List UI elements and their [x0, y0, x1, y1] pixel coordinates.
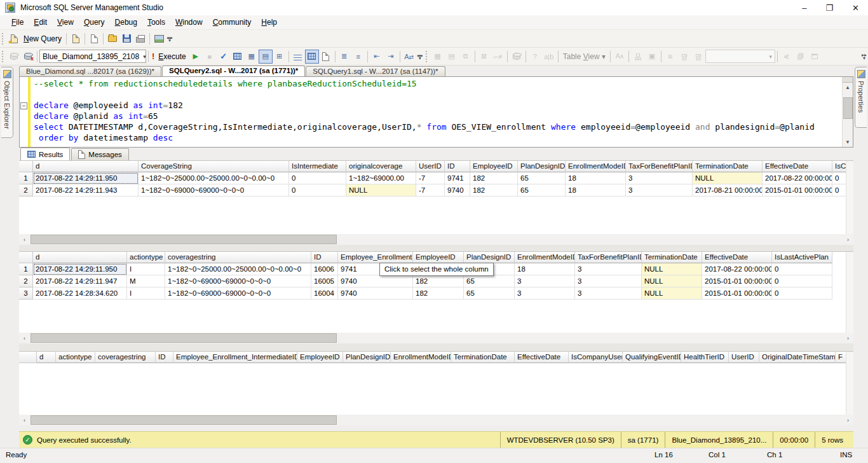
results-to-file-icon[interactable]: [319, 50, 333, 64]
grid-cell[interactable]: 2017-08-21 00:00:00: [693, 184, 763, 197]
grid-cell[interactable]: 0: [289, 184, 346, 197]
grid-cell[interactable]: -7: [416, 184, 445, 197]
new-query-icon[interactable]: ★: [7, 32, 21, 46]
grid-cell[interactable]: 18: [515, 263, 575, 275]
minimize-button[interactable]: –: [802, 3, 806, 13]
column-header[interactable]: coveragestring: [165, 252, 311, 263]
menu-help[interactable]: Help: [256, 16, 282, 29]
table-view-dropdown[interactable]: Table View ▾: [560, 52, 608, 61]
column-header[interactable]: IsLastActivePlan: [772, 252, 832, 263]
column-header[interactable]: IsIntermediate: [289, 161, 346, 172]
properties-tab[interactable]: Properties: [855, 67, 867, 128]
column-header[interactable]: OriginalDateTimeStamp: [759, 352, 836, 363]
column-header[interactable]: IsCompanyUser: [569, 352, 623, 363]
object-explorer-tab[interactable]: Object Explorer: [1, 67, 13, 138]
unequal-icon[interactable]: ⌐≠: [491, 50, 505, 64]
column-header[interactable]: UserID: [416, 161, 445, 172]
stop-icon[interactable]: ■: [203, 50, 217, 64]
row-header[interactable]: 3: [19, 287, 33, 300]
grid-cell[interactable]: 2017-08-22 14:29:11.947: [33, 275, 127, 287]
grid-cell[interactable]: 3: [515, 275, 575, 287]
grid-cell[interactable]: 16005: [311, 275, 338, 287]
menu-edit[interactable]: Edit: [29, 16, 52, 29]
column-header[interactable]: actiontype: [56, 352, 95, 363]
grid-cell[interactable]: NULL: [693, 172, 763, 184]
scroll-right-icon[interactable]: ›: [843, 415, 853, 425]
column-header[interactable]: EmployeeID: [297, 352, 343, 363]
grid-cell[interactable]: 2015-01-01 00:00:00: [763, 184, 832, 197]
grid-cell[interactable]: 3: [626, 184, 693, 197]
grid-cell[interactable]: 3: [575, 275, 642, 287]
grid-cell[interactable]: 9741: [445, 172, 470, 184]
execute-button[interactable]: Execute: [156, 52, 188, 61]
tab-messages[interactable]: Messages: [71, 148, 128, 160]
empty-combobox[interactable]: ▾: [705, 50, 775, 63]
column-header[interactable]: EnrollmentModeID: [566, 161, 626, 172]
column-header[interactable]: HealthTierID: [681, 352, 729, 363]
column-header[interactable]: EmployeeID: [413, 252, 464, 263]
sql-editor[interactable]: – --select * from reductionscheduledetai…: [19, 76, 853, 148]
document-tab-3[interactable]: SQLQuery1.sql - W...2017 (sa (1147))*: [306, 66, 445, 77]
toolbar-grip[interactable]: [2, 51, 5, 62]
grid-cell[interactable]: 1~182~0~69000~69000~0~0~0: [165, 275, 311, 287]
uncomment-icon[interactable]: ≡: [351, 50, 365, 64]
select-all-corner[interactable]: [19, 252, 33, 263]
column-header[interactable]: TaxForBenefitPlanID: [626, 161, 693, 172]
actual-plan-icon[interactable]: ⊞: [273, 50, 287, 64]
open-file-icon[interactable]: [105, 32, 119, 46]
grid-vertical-scrollbar[interactable]: [846, 161, 853, 234]
template-parameters-icon[interactable]: A⇄: [402, 50, 416, 64]
row-header[interactable]: 2: [19, 184, 33, 197]
grid-vertical-scrollbar[interactable]: [846, 352, 853, 415]
add-table-icon[interactable]: ▦: [431, 50, 445, 64]
column-header[interactable]: EffectiveDate: [702, 252, 772, 263]
column-header[interactable]: ID: [311, 252, 338, 263]
column-header[interactable]: EmployeeID: [470, 161, 518, 172]
relationships-icon[interactable]: ⧉: [459, 50, 473, 64]
label-icon[interactable]: 🗔: [808, 50, 822, 64]
column-header[interactable]: ID: [445, 161, 470, 172]
parse-icon[interactable]: ✓: [217, 50, 231, 64]
results-to-grid-icon[interactable]: [305, 50, 319, 64]
grid-cell[interactable]: 3: [626, 172, 693, 184]
maximize-button[interactable]: ❐: [825, 3, 833, 13]
pane-splitter[interactable]: [19, 245, 853, 251]
scroll-right-icon[interactable]: ›: [843, 234, 853, 245]
grid-cell[interactable]: 9740: [445, 184, 470, 197]
arrange-icon[interactable]: 먐: [677, 50, 691, 64]
grid-cell[interactable]: 0: [289, 172, 346, 184]
menu-file[interactable]: File: [6, 16, 29, 29]
grid-cell[interactable]: 3: [575, 287, 642, 300]
database-combobox[interactable]: Blue_Diamond_13895_2108 ▾: [39, 50, 146, 63]
grid-cell[interactable]: NULL: [642, 263, 702, 275]
grid-cell[interactable]: NULL: [346, 184, 416, 197]
column-header[interactable]: PlanDesignID: [343, 352, 391, 363]
splitter-handle[interactable]: [843, 77, 853, 83]
select-all-corner[interactable]: [19, 352, 37, 363]
grid-cell[interactable]: 0: [772, 275, 832, 287]
grid-cell[interactable]: -7: [416, 172, 445, 184]
rename-icon[interactable]: a|b: [542, 50, 556, 64]
column-header[interactable]: PlanDesignID: [464, 252, 515, 263]
column-header[interactable]: TerminationDate: [451, 352, 515, 363]
grid-cell[interactable]: I: [127, 263, 165, 275]
grid-cell[interactable]: 9740: [338, 287, 413, 300]
change-connection-icon[interactable]: x: [21, 50, 35, 64]
connect-icon[interactable]: [7, 50, 21, 64]
grid-cell[interactable]: 2017-08-22 00:00:00: [702, 263, 772, 275]
menu-view[interactable]: View: [52, 16, 79, 29]
editor-vertical-scrollbar[interactable]: ▲ ▼: [842, 77, 853, 147]
column-header[interactable]: QualifyingEventID: [623, 352, 681, 363]
grid-cell[interactable]: 182: [413, 287, 464, 300]
document-tab-1[interactable]: Blue_Diamond.sql ...82017 (sa (1629))*: [19, 66, 161, 77]
delete-icon[interactable]: ⊠: [477, 50, 491, 64]
query-designer-icon[interactable]: ▦: [245, 50, 259, 64]
row-header[interactable]: 1: [19, 263, 33, 275]
grid-cell[interactable]: 3: [515, 287, 575, 300]
column-header[interactable]: UserID: [729, 352, 759, 363]
intellisense-icon[interactable]: ▤: [259, 50, 273, 64]
grid-cell[interactable]: 65: [518, 172, 566, 184]
grid-cell[interactable]: 3: [575, 263, 642, 275]
grid-cell[interactable]: 16006: [311, 263, 338, 275]
grid-cell[interactable]: 182: [413, 275, 464, 287]
